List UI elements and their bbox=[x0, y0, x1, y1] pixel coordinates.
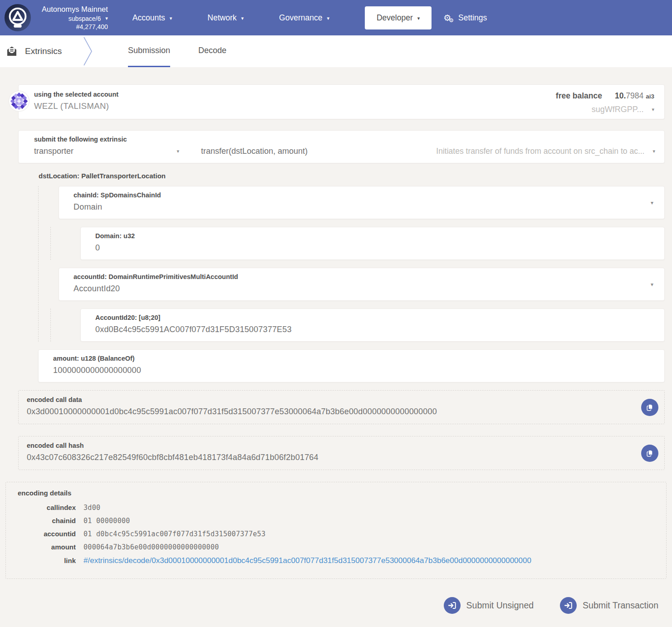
dst-location-group: chainId: SpDomainsChainId Domain ▾ Domai… bbox=[38, 186, 665, 342]
account-card: using the selected account WEZL (TALISMA… bbox=[18, 84, 665, 119]
amount-value[interactable]: 1000000000000000000 bbox=[53, 366, 637, 375]
chevron-down-icon: ▾ bbox=[327, 15, 329, 21]
encoded-call-data-row: encoded call data 0x3d00010000000001d0bc… bbox=[18, 390, 665, 424]
copy-call-hash-button[interactable] bbox=[641, 445, 658, 462]
nav-developer[interactable]: Developer ▾ bbox=[365, 6, 432, 29]
top-nav-bar: Autonomys Mainnet subspace/6 ▾ #4,277,40… bbox=[0, 0, 672, 35]
section-title: Extrinsics bbox=[0, 35, 76, 67]
network-name: Autonomys Mainnet bbox=[42, 5, 108, 14]
chevron-down-icon[interactable]: ▾ bbox=[651, 200, 653, 206]
encoding-row-amount: amount 000064a7b3b6e00d0000000000000000 bbox=[18, 540, 657, 554]
chevron-down-icon: ▾ bbox=[652, 148, 655, 154]
encoding-row-link: link #/extrinsics/decode/0x3d00010000000… bbox=[18, 554, 657, 568]
chain-info: Autonomys Mainnet subspace/6 ▾ #4,277,40… bbox=[42, 5, 108, 31]
account-address-short: sugWfRGPP... bbox=[592, 105, 644, 114]
accountid20-value[interactable]: 0xd0Bc4c95c5991AC007f077d31F5D315007377E… bbox=[95, 325, 637, 334]
accountid-subgroup: AccountId20: [u8;20] 0xd0Bc4c95c5991AC00… bbox=[50, 309, 665, 342]
block-number: #4,277,400 bbox=[76, 23, 108, 31]
autonomys-logo-icon[interactable] bbox=[4, 4, 32, 32]
encoding-row-chainid: chainid 01 00000000 bbox=[18, 514, 657, 527]
chainid-value: Domain bbox=[74, 202, 637, 212]
encoded-call-data-value: 0x3d00010000000001d0bc4c95c5991ac007f077… bbox=[27, 407, 626, 416]
nav-settings[interactable]: ⚙⚙ Settings bbox=[443, 13, 487, 23]
encoded-call-hash-label: encoded call hash bbox=[27, 442, 626, 449]
action-buttons: Submit Unsigned Submit Transaction bbox=[18, 579, 665, 614]
free-balance: free balance10.7984ai3 bbox=[556, 91, 654, 101]
accountid20-input[interactable]: AccountId20: [u8;20] 0xd0Bc4c95c5991AC00… bbox=[80, 309, 665, 342]
nav-accounts-label: Accounts bbox=[132, 13, 165, 23]
submit-transaction-label: Submit Transaction bbox=[583, 600, 658, 611]
encoded-call-hash-row: encoded call hash 0x43c07c608326c217e825… bbox=[18, 436, 665, 470]
nav-settings-label: Settings bbox=[458, 13, 487, 23]
encoded-call-hash-value: 0x43c07c608326c217e82549f60cbf8cbf481eb4… bbox=[27, 453, 626, 462]
chevron-down-icon[interactable]: ▾ bbox=[651, 281, 653, 288]
pallet-select[interactable]: transporter ▾ bbox=[34, 147, 179, 156]
accountid-value: AccountId20 bbox=[74, 284, 637, 294]
sign-in-icon bbox=[560, 597, 577, 614]
domain-label: Domain: u32 bbox=[95, 232, 637, 240]
chevron-down-icon: ▾ bbox=[170, 15, 172, 21]
amount-input[interactable]: amount: u128 (BalanceOf) 100000000000000… bbox=[38, 349, 665, 382]
encoding-row-accountid: accountid 01 d0bc4c95c5991ac007f077d31f5… bbox=[18, 527, 657, 540]
extrinsics-submission-page: using the selected account WEZL (TALISMA… bbox=[0, 67, 672, 627]
balance-fraction: 7984 bbox=[626, 91, 643, 100]
tab-decode[interactable]: Decode bbox=[198, 35, 226, 67]
chevron-down-icon: ▾ bbox=[105, 15, 108, 21]
decode-link[interactable]: #/extrinsics/decode/0x3d00010000000001d0… bbox=[83, 556, 531, 565]
app-root: Autonomys Mainnet subspace/6 ▾ #4,277,40… bbox=[0, 0, 672, 627]
nav-network[interactable]: Network ▾ bbox=[207, 13, 244, 23]
nav-developer-label: Developer bbox=[377, 13, 413, 23]
extrinsic-selector-card: submit the following extrinsic transport… bbox=[18, 130, 665, 163]
account-identicon[interactable] bbox=[9, 91, 29, 112]
balance-integer: 10. bbox=[615, 91, 626, 100]
nav-network-label: Network bbox=[207, 13, 236, 23]
chevron-down-icon: ▾ bbox=[652, 107, 654, 113]
method-select-value: transfer(dstLocation, amount) bbox=[201, 147, 308, 156]
balance-unit: ai3 bbox=[646, 93, 654, 100]
encoded-call-data-label: encoded call data bbox=[27, 396, 626, 403]
copy-call-data-button[interactable] bbox=[641, 399, 658, 416]
encoding-details: encoding details callindex 3d00 chainid … bbox=[5, 482, 667, 579]
main-nav: Accounts ▾ Network ▾ Governance ▾ Develo… bbox=[132, 6, 522, 29]
extrinsic-selects-row: transporter ▾ transfer(dstLocation, amou… bbox=[34, 147, 655, 156]
tab-bar: Extrinsics Submission Decode bbox=[0, 35, 672, 67]
chevron-down-icon: ▾ bbox=[417, 15, 420, 21]
domain-value[interactable]: 0 bbox=[95, 243, 637, 253]
submit-unsigned-button[interactable]: Submit Unsigned bbox=[444, 597, 534, 614]
extrinsics-envelope-icon bbox=[6, 46, 18, 57]
free-balance-label: free balance bbox=[556, 91, 602, 100]
tabs: Submission Decode bbox=[128, 35, 255, 67]
amount-label: amount: u128 (BalanceOf) bbox=[53, 355, 637, 362]
accountid-label: accountId: DomainRuntimePrimitivesMultiA… bbox=[74, 273, 637, 280]
chainid-subgroup: Domain: u32 0 bbox=[50, 227, 665, 260]
chainid-select[interactable]: chainId: SpDomainsChainId Domain ▾ bbox=[59, 186, 665, 219]
dst-location-label: dstLocation: PalletTransporterLocation bbox=[38, 170, 665, 186]
account-right: free balance10.7984ai3 sugWfRGPP... ▾ bbox=[556, 91, 654, 114]
section-title-label: Extrinsics bbox=[25, 46, 62, 56]
breadcrumb-chevron-icon bbox=[83, 36, 93, 66]
encoding-details-title: encoding details bbox=[18, 489, 657, 497]
domain-input[interactable]: Domain: u32 0 bbox=[80, 227, 665, 260]
accountid20-label: AccountId20: [u8;20] bbox=[95, 314, 637, 321]
sign-in-icon bbox=[444, 597, 461, 614]
chevron-down-icon: ▾ bbox=[241, 15, 244, 21]
extrinsic-params: dstLocation: PalletTransporterLocation c… bbox=[38, 170, 665, 382]
pallet-select-value: transporter bbox=[34, 147, 74, 156]
accountid-type-select[interactable]: accountId: DomainRuntimePrimitivesMultiA… bbox=[59, 268, 665, 301]
extrinsic-field-label: submit the following extrinsic bbox=[34, 136, 655, 143]
chain-selector[interactable]: subspace/6 ▾ bbox=[69, 15, 108, 23]
method-select[interactable]: transfer(dstLocation, amount) Initiates … bbox=[201, 147, 655, 156]
account-address-dropdown[interactable]: sugWfRGPP... ▾ bbox=[556, 105, 654, 114]
tab-submission[interactable]: Submission bbox=[128, 35, 170, 67]
method-description: Initiates transfer of funds from account… bbox=[436, 147, 644, 156]
copy-icon bbox=[645, 449, 654, 458]
submit-transaction-button[interactable]: Submit Transaction bbox=[560, 597, 658, 614]
submit-unsigned-label: Submit Unsigned bbox=[466, 600, 534, 611]
chainid-label: chainId: SpDomainsChainId bbox=[74, 191, 637, 199]
nav-accounts[interactable]: Accounts ▾ bbox=[132, 13, 172, 23]
nav-governance[interactable]: Governance ▾ bbox=[279, 13, 329, 23]
settings-gears-icon: ⚙⚙ bbox=[443, 14, 454, 22]
encoding-row-callindex: callindex 3d00 bbox=[18, 501, 657, 514]
copy-icon bbox=[645, 403, 654, 412]
chain-selector-label: subspace/6 bbox=[69, 15, 101, 23]
